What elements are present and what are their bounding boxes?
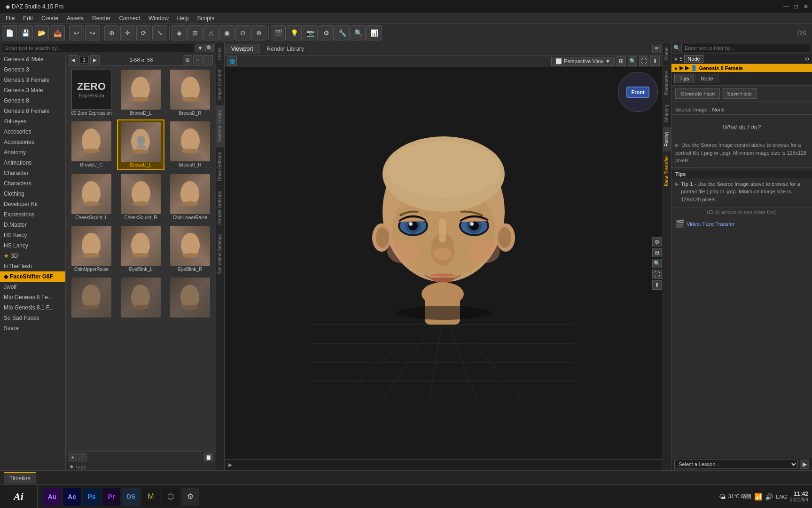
grid-item-browsul[interactable]: 👤 BrowsU_L: [117, 119, 164, 170]
taskbar-unreal-btn[interactable]: ⬡: [162, 488, 180, 506]
grid-item-p2[interactable]: [117, 276, 164, 320]
vp-fit-btn[interactable]: ⊞: [617, 56, 626, 66]
left-item-jwolf[interactable]: Jwolf: [0, 282, 65, 292]
taskbar-settings-btn[interactable]: ⚙: [181, 488, 199, 506]
search-go-btn[interactable]: 🔍: [205, 44, 214, 52]
taskbar-m-btn[interactable]: M: [142, 488, 160, 506]
grid-item-eyeblinkr[interactable]: EyeBlink_R: [166, 224, 214, 274]
tool4-btn[interactable]: ◉: [219, 25, 234, 40]
menu-assets[interactable]: Assets: [63, 14, 87, 23]
tab-viewport[interactable]: Viewport: [225, 44, 260, 54]
tips-section-header[interactable]: Tips: [671, 170, 812, 178]
viewport-canvas[interactable]: Front ⊕ ⊞ 🔍 ⛶ ⬆: [225, 67, 663, 459]
left-item-svara[interactable]: Svara: [0, 323, 65, 333]
open-btn[interactable]: 📂: [34, 25, 49, 40]
sound-icon[interactable]: 🔊: [765, 493, 773, 500]
tool10-btn[interactable]: 📊: [367, 25, 382, 40]
vp-fullscreen-btn[interactable]: ⛶: [639, 56, 648, 66]
vtab-simulation[interactable]: Simulation Settings: [216, 230, 224, 279]
grid-item-browsdl[interactable]: BrowsD_L: [117, 68, 164, 118]
left-item-genesis-male[interactable]: Genesis & Male: [0, 54, 65, 64]
left-item-3d[interactable]: ★3D: [0, 251, 65, 261]
left-item-4blueyes[interactable]: 4blueyes: [0, 116, 65, 127]
tool7-btn[interactable]: ⚙: [319, 25, 334, 40]
vtab-scene[interactable]: Scene: [663, 42, 671, 65]
menu-render[interactable]: Render: [88, 14, 114, 23]
grid-item-p3[interactable]: [166, 276, 214, 320]
left-item-character[interactable]: Character: [0, 168, 65, 178]
grid-item-cheeksquintr[interactable]: CheekSquint_R: [117, 172, 164, 222]
vtab-render-settings[interactable]: Render Settings: [216, 186, 224, 230]
tool5-btn[interactable]: ⊙: [235, 25, 250, 40]
left-item-hslancy[interactable]: HS Lancy: [0, 240, 65, 251]
next-page-btn[interactable]: ▶: [90, 55, 100, 64]
vp-options-btn[interactable]: ⬆: [650, 56, 660, 66]
light-btn[interactable]: 💡: [287, 25, 302, 40]
vp-zoom-btn[interactable]: 🔍: [628, 56, 637, 66]
left-item-accesories[interactable]: Accesories: [0, 127, 65, 137]
grid-item-p1[interactable]: [68, 276, 115, 320]
taskbar-pr-btn[interactable]: Pr: [102, 488, 120, 506]
vtab-shaping[interactable]: Shaping: [663, 100, 671, 127]
grid-item-chinlower[interactable]: ChinLowerRaise: [166, 172, 214, 222]
menu-edit[interactable]: Edit: [19, 14, 37, 23]
vtab-content-library[interactable]: Content Library: [216, 105, 224, 147]
vp-ctrl-5[interactable]: ⬆: [652, 280, 662, 290]
taskbar-ae-btn[interactable]: Ae: [63, 488, 81, 506]
add-item-btn[interactable]: +: [69, 453, 77, 461]
tool3-btn[interactable]: △: [203, 25, 219, 40]
left-item-genesis8f[interactable]: Genesis 8 Female: [0, 106, 65, 116]
filter-input[interactable]: [681, 44, 810, 52]
grid-item-browsur[interactable]: BrowsU_R: [166, 119, 214, 170]
left-item-clothing[interactable]: Clothing: [0, 189, 65, 199]
left-item-accessories[interactable]: Accessories: [0, 137, 65, 147]
vtab-draw-settings[interactable]: Draw Settings: [216, 147, 224, 186]
left-item-expressions[interactable]: Expressions: [0, 209, 65, 220]
left-item-mio2[interactable]: Mio Genesis 8.1 F...: [0, 302, 65, 313]
tool9-btn[interactable]: 🔍: [351, 25, 366, 40]
viewport-compass[interactable]: Front: [618, 72, 658, 112]
vtab-install[interactable]: Install: [216, 42, 224, 64]
more-options-btn[interactable]: 📋: [204, 453, 213, 461]
save-btn[interactable]: 💾: [18, 25, 33, 40]
left-item-faceshifter[interactable]: ◆FaceShifter G8F: [0, 271, 65, 282]
left-item-developer[interactable]: Developer Kit: [0, 199, 65, 209]
tool8-btn[interactable]: 🔧: [335, 25, 350, 40]
left-item-genesis8[interactable]: Genesis 8: [0, 95, 65, 106]
undo-btn[interactable]: ↩: [69, 25, 84, 40]
vp-ctrl-1[interactable]: ⊕: [652, 237, 662, 246]
grid-item-eyeblinkl[interactable]: EyeBlink_L: [117, 224, 164, 274]
grid-view-btn[interactable]: ⊞: [183, 55, 192, 64]
perspective-view-btn[interactable]: ⬜ Perspective View ▼: [551, 57, 615, 66]
wifi-icon[interactable]: 📶: [754, 493, 762, 500]
tips-tab-tips[interactable]: Tips: [674, 74, 694, 83]
tool2-btn[interactable]: ⊞: [187, 25, 203, 40]
render-btn[interactable]: 🎬: [271, 25, 286, 40]
menu-help[interactable]: Help: [173, 14, 193, 23]
left-item-sadsad[interactable]: So Sad Faces: [0, 313, 65, 323]
select-btn[interactable]: ⊕: [104, 25, 119, 40]
taskbar-ps-btn[interactable]: Ps: [83, 488, 101, 506]
close-btn[interactable]: ✕: [804, 3, 808, 10]
menu-connect[interactable]: Connect: [115, 14, 144, 23]
tips-tab-node[interactable]: Node: [695, 74, 718, 83]
left-item-dmaster[interactable]: D.Master: [0, 220, 65, 230]
left-item-genesis3m[interactable]: Genesis 3 Male: [0, 85, 65, 95]
left-item-genesis3[interactable]: Genesis 3: [0, 64, 65, 75]
camera-btn[interactable]: 📷: [303, 25, 318, 40]
vtab-face-transfer[interactable]: Face Transfer: [663, 151, 671, 191]
search-input[interactable]: [2, 44, 195, 52]
tool6-btn[interactable]: ⊛: [251, 25, 266, 40]
tray-weather-icon[interactable]: 🌤: [719, 493, 726, 500]
list-view-btn[interactable]: ≡: [193, 55, 203, 64]
left-item-genesis3f[interactable]: Genesis 3 Female: [0, 75, 65, 85]
move-btn[interactable]: ✛: [120, 25, 135, 40]
minimize-btn[interactable]: —: [783, 3, 789, 10]
video-link[interactable]: Video: Face Transfer: [687, 221, 734, 227]
left-item-anatomy[interactable]: Anatomy: [0, 147, 65, 158]
redo-btn[interactable]: ↪: [85, 25, 100, 40]
viewport-menu-btn[interactable]: ☰: [652, 45, 661, 53]
prev-page-btn[interactable]: ◀: [69, 55, 78, 64]
lesson-select[interactable]: Select a Lesson...: [674, 460, 798, 469]
vtab-posing[interactable]: Posing: [663, 127, 671, 151]
